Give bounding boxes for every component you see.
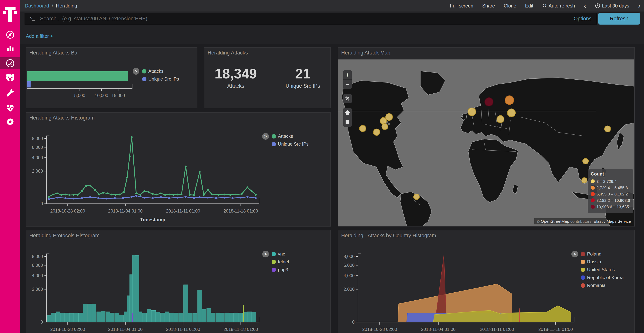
sidebar-item-dashboard-gauge[interactable] (0, 57, 20, 69)
legend-item-vnc[interactable]: vnc (272, 251, 289, 257)
openstreetmap-link[interactable]: OpenStreetMap (541, 219, 569, 223)
legend-item-russia[interactable]: Russia (581, 259, 624, 264)
attack-bubble[interactable] (373, 129, 380, 135)
protocols-bar-chart[interactable]: 2018-10-28 02:002018-11-04 01:002018-11-… (26, 230, 330, 333)
attack-bubble[interactable] (497, 116, 504, 123)
attack-bubble[interactable] (386, 114, 392, 120)
top-action-clone[interactable]: Clone (504, 3, 516, 9)
panel-title: Heralding Attacks Bar (29, 50, 79, 56)
legend-expand-icon[interactable]: > (133, 68, 139, 75)
attack-bubble[interactable] (485, 98, 493, 106)
search-input[interactable]: >_ Search... (e.g. status:200 AND extens… (24, 13, 597, 25)
fit-bounds-button[interactable] (343, 94, 352, 103)
legend-item-unique-src-ips[interactable]: Unique Src IPs (272, 141, 308, 147)
time-picker-button[interactable]: Last 30 days (595, 3, 629, 9)
t-mobile-logo (0, 5, 20, 24)
fit-control (343, 94, 352, 103)
dashboard-grid: Heralding Attacks Bar 5,00010,00015,000 … (20, 44, 644, 333)
refresh-button[interactable]: Refresh (598, 13, 640, 25)
breadcrumb: Dashboard / Heralding (25, 3, 77, 9)
top-action-edit[interactable]: Edit (525, 3, 533, 9)
attacks-line-chart[interactable]: 2018-10-28 02:002018-11-04 01:002018-11-… (26, 113, 330, 226)
attack-bubble[interactable] (583, 158, 588, 164)
sidebar-item-monitoring-heart-pulse[interactable] (0, 102, 20, 114)
metric-value: 21 (286, 66, 320, 82)
panel-title: Heralding Attacks Histogram (29, 115, 95, 121)
panel-title: Heralding Attack Map (341, 50, 390, 56)
time-forward-button[interactable]: › (638, 2, 640, 10)
metric-value: 18,349 (215, 66, 257, 82)
legend-label: Poland (587, 251, 602, 257)
attack-bubble[interactable] (507, 109, 516, 117)
panel-attacks-histogram: Heralding Attacks Histogram 2018-10-28 0… (26, 112, 330, 226)
svg-text:2,000: 2,000 (32, 169, 43, 174)
attack-bubble[interactable] (360, 125, 366, 132)
legend-range-label: 3 – 2,729.4 (596, 179, 616, 184)
sidebar-item-dev-tools-wrench[interactable] (0, 87, 20, 99)
legend-item-pop3[interactable]: pop3 (272, 267, 289, 272)
add-filter-button[interactable]: Add a filter+ (26, 33, 53, 39)
visualize-bar-chart-icon (6, 44, 15, 53)
attack-bubble[interactable] (582, 178, 587, 183)
legend-label: telnet (278, 259, 289, 264)
legend-color-dot (142, 69, 146, 74)
sidebar-item-visualize-bar-chart[interactable] (0, 43, 20, 55)
kibana-dashboard: { "theme":{"brand":"#e20074","sidebar_ac… (0, 0, 644, 333)
monitoring-heart-pulse-icon (5, 103, 15, 113)
legend-label: Attacks (148, 69, 164, 74)
top-nav-bar: Dashboard / Heralding Full screenShareCl… (20, 0, 644, 12)
svg-text:6,000: 6,000 (344, 263, 354, 268)
sidebar-item-management-gear[interactable] (0, 116, 20, 128)
svg-text:8,000: 8,000 (32, 136, 43, 141)
legend-item-republic-of-korea[interactable]: Republic of Korea (581, 275, 624, 280)
draw-rectangle-button[interactable] (343, 117, 352, 127)
legend-label: United States (587, 267, 615, 272)
svg-text:2018-11-18 01:00: 2018-11-18 01:00 (224, 208, 258, 213)
attack-bubble[interactable] (382, 124, 388, 130)
attack-bubble[interactable] (468, 108, 476, 116)
attack-bubble[interactable] (604, 126, 611, 132)
attack-bubble[interactable] (505, 96, 514, 105)
legend-item-poland[interactable]: Poland (581, 251, 624, 257)
breadcrumb-current: Heralding (56, 3, 77, 9)
discover-compass-icon (6, 30, 15, 39)
breadcrumb-dashboard-link[interactable]: Dashboard (25, 3, 49, 9)
options-link[interactable]: Options (574, 16, 592, 22)
svg-text:4,000: 4,000 (32, 273, 43, 278)
sidebar-item-bear[interactable] (0, 72, 20, 84)
svg-text:2018-11-04 01:00: 2018-11-04 01:00 (108, 208, 142, 213)
map-legend-row: 3 – 2,729.4 (591, 178, 630, 185)
attack-bubble[interactable] (380, 118, 386, 124)
legend-color-dot (272, 142, 276, 146)
svg-text:5,000: 5,000 (74, 93, 85, 98)
legend-expand-icon[interactable]: > (262, 251, 269, 257)
svg-text:8,000: 8,000 (32, 254, 43, 259)
legend-items: PolandRussiaUnited StatesRepublic of Kor… (581, 251, 624, 288)
legend-color-dot (272, 252, 276, 256)
time-back-button[interactable]: ‹ (584, 2, 586, 10)
legend-item-united-states[interactable]: United States (581, 267, 624, 272)
top-action-share[interactable]: Share (482, 3, 495, 9)
legend-expand-icon[interactable]: > (571, 251, 578, 257)
legend-item-unique-src-ips[interactable]: Unique Src IPs (142, 76, 179, 82)
top-action-full-screen[interactable]: Full screen (450, 3, 473, 9)
legend-item-attacks[interactable]: Attacks (142, 69, 179, 74)
attack-bubble[interactable] (414, 194, 419, 200)
map-attribution: © OpenStreetMap contributors, Elastic Ma… (534, 218, 633, 224)
t-mobile-logo (3, 6, 17, 23)
elastic-maps-link[interactable]: Elastic Maps Service (594, 219, 631, 223)
zoom-out-button[interactable]: − (343, 80, 352, 89)
legend-item-telnet[interactable]: telnet (272, 259, 289, 264)
search-prompt-icon: >_ (30, 16, 35, 22)
legend-expand-icon[interactable]: > (262, 133, 269, 140)
auto-refresh-button[interactable]: ↻Auto-refresh (542, 3, 575, 9)
legend-color-dot (272, 260, 276, 264)
zoom-in-button[interactable]: + (343, 70, 352, 79)
legend-item-romania[interactable]: Romania (581, 283, 624, 288)
svg-text:2018-10-28 02:00: 2018-10-28 02:00 (362, 327, 397, 332)
legend-item-attacks[interactable]: Attacks (272, 134, 308, 139)
svg-text:6,000: 6,000 (32, 263, 43, 268)
sidebar-item-discover-compass[interactable] (0, 29, 20, 41)
draw-polygon-button[interactable] (343, 108, 352, 117)
legend-label: Russia (587, 259, 601, 264)
